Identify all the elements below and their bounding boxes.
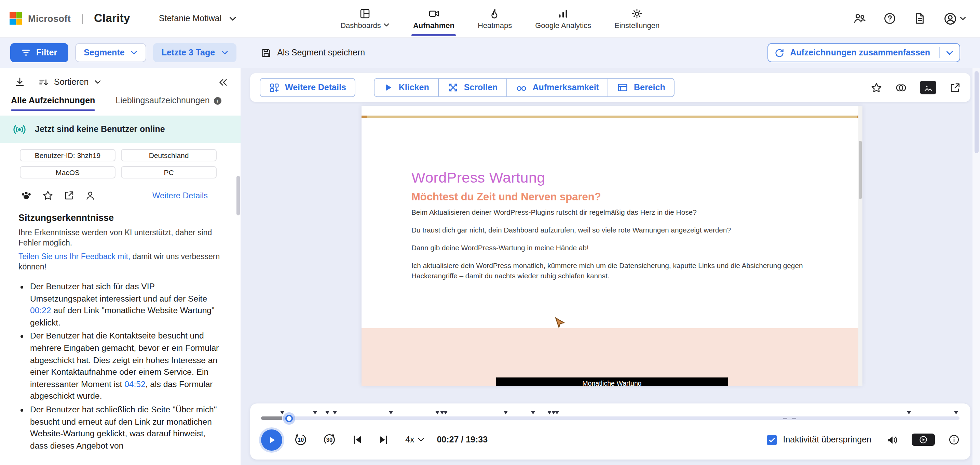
replay-toolbar-actions xyxy=(871,81,961,94)
app-scrollbar[interactable] xyxy=(972,68,980,465)
filter-button[interactable]: Filter xyxy=(10,43,68,62)
clarity-wordmark[interactable]: Clarity xyxy=(94,12,130,25)
favorite-session-button[interactable] xyxy=(42,190,53,201)
timestamp-link[interactable]: 04:52 xyxy=(124,379,146,389)
more-details-link[interactable]: Weitere Details xyxy=(153,190,208,200)
play-button[interactable] xyxy=(261,429,282,450)
button-divider xyxy=(939,47,940,58)
sidebar-scrollbar[interactable] xyxy=(237,176,240,215)
site-favicon-icon xyxy=(21,190,32,201)
compare-icon xyxy=(895,82,907,93)
user-profile-button[interactable] xyxy=(85,190,95,201)
settings-icon xyxy=(632,8,643,19)
aufmerksamkeit-mode-button[interactable]: Aufmerksamkeit xyxy=(506,78,609,97)
klicken-mode-button[interactable]: Klicken xyxy=(374,78,439,97)
date-range-dropdown[interactable]: Letzte 3 Tage xyxy=(153,43,237,62)
account-icon xyxy=(944,12,957,25)
help-button[interactable] xyxy=(884,12,896,25)
timeline-event-marker[interactable] xyxy=(435,411,439,414)
playback-right-controls: Inaktivität überspringen xyxy=(767,433,960,446)
timeline-event-marker[interactable] xyxy=(333,411,337,414)
area-icon xyxy=(617,82,628,93)
tab-label: Lieblingsaufzeichnungen xyxy=(116,96,210,105)
timeline-event-marker[interactable] xyxy=(531,411,535,414)
skip-inactivity-checkbox[interactable] xyxy=(767,435,777,445)
project-selector[interactable]: Stefanie Motiwal xyxy=(159,14,237,23)
timeline-event-marker[interactable] xyxy=(280,411,284,414)
share-recording-button[interactable] xyxy=(949,82,961,93)
timeline-event-marker[interactable] xyxy=(503,411,508,414)
nav-item-label: Heatmaps xyxy=(478,21,512,29)
replay-cursor-icon xyxy=(555,317,565,330)
segments-dropdown[interactable]: Segmente xyxy=(75,43,146,62)
scroll-icon xyxy=(448,82,458,93)
chevron-down-icon xyxy=(131,49,138,56)
forward-30-button[interactable]: 30 xyxy=(322,432,337,447)
nav-item-einstellungen[interactable]: Einstellungen xyxy=(614,0,660,37)
more-details-button[interactable]: Weitere Details xyxy=(260,78,356,97)
summarize-recordings-button[interactable]: Aufzeichnungen zusammenfassen xyxy=(767,43,960,62)
microsoft-logo-icon xyxy=(10,12,22,25)
account-button[interactable] xyxy=(944,12,966,25)
sidebar-tab-lieblingsaufzeichnungen[interactable]: Lieblingsaufzeichnungeni xyxy=(116,96,221,111)
svg-text:30: 30 xyxy=(326,436,332,443)
page-scrollbar-thumb xyxy=(859,141,862,199)
app-scrollbar-thumb[interactable] xyxy=(974,71,978,153)
save-as-segment-label: Als Segment speichern xyxy=(277,48,365,57)
microsoft-wordmark: Microsoft xyxy=(28,13,71,24)
sidebar-toolbar: Sortieren xyxy=(0,68,240,88)
timeline-event-marker[interactable] xyxy=(325,411,329,414)
chevron-down-icon[interactable] xyxy=(946,49,953,56)
clip-play-button[interactable] xyxy=(912,433,935,446)
timeline-event-marker[interactable] xyxy=(444,411,448,414)
previous-session-button[interactable] xyxy=(352,434,363,445)
timeline-event-marker[interactable] xyxy=(389,411,393,414)
collapse-sidebar-button[interactable] xyxy=(218,77,228,87)
timeline-scrubber[interactable] xyxy=(285,414,293,422)
sort-dropdown[interactable]: Sortieren xyxy=(38,77,101,87)
people-button[interactable] xyxy=(854,12,866,25)
page-paragraph: Dann gib deine WordPress-Wartung in mein… xyxy=(411,243,821,253)
share-session-button[interactable] xyxy=(64,190,75,201)
nav-item-aufnahmen[interactable]: Aufnahmen xyxy=(413,0,455,37)
compare-button[interactable] xyxy=(895,82,907,93)
timeline-event-marker[interactable] xyxy=(313,411,317,414)
docs-button[interactable] xyxy=(914,12,926,25)
next-icon xyxy=(378,434,389,445)
timestamp-link[interactable]: 00:22 xyxy=(30,306,51,315)
nav-item-heatmaps[interactable]: Heatmaps xyxy=(478,0,512,37)
favorite-recording-button[interactable] xyxy=(871,82,882,93)
speed-dropdown[interactable]: 4x xyxy=(405,435,425,444)
timeline-event-marker[interactable] xyxy=(907,411,911,414)
rewind-10-button[interactable]: 10 xyxy=(293,432,308,447)
scrollen-mode-button[interactable]: Scrollen xyxy=(438,78,508,97)
volume-button[interactable] xyxy=(886,434,898,446)
feedback-link[interactable]: Teilen Sie uns Ihr Feedback mit, xyxy=(19,252,130,261)
timeline-event-marker[interactable] xyxy=(547,411,552,414)
session-chip[interactable]: Deutschland xyxy=(121,149,216,161)
bereich-mode-button[interactable]: Bereich xyxy=(608,78,675,97)
screenshot-button[interactable] xyxy=(920,81,936,94)
replay-viewport: WordPress Wartung Möchtest du Zeit und N… xyxy=(361,106,862,386)
session-actions: Weitere Details xyxy=(21,190,208,201)
save-as-segment-button[interactable]: Als Segment speichern xyxy=(261,48,365,58)
info-icon[interactable]: i xyxy=(214,97,221,104)
session-chip[interactable]: MacOS xyxy=(20,166,116,178)
timeline-event-marker[interactable] xyxy=(954,411,958,414)
insights-bullets: Der Benutzer hat sich für das VIP Umsetz… xyxy=(30,281,222,452)
nav-item-dashboards[interactable]: Dashboards xyxy=(340,0,390,37)
timeline-event-marker[interactable] xyxy=(555,411,559,414)
sidebar-tab-alle-aufzeichnungen[interactable]: Alle Aufzeichnungen xyxy=(11,96,95,111)
session-chip[interactable]: Benutzer-ID: 3hzh19 xyxy=(20,149,116,161)
session-chip[interactable]: PC xyxy=(121,166,216,178)
timeline[interactable] xyxy=(261,411,959,423)
nav-item-google-analytics[interactable]: Google Analytics xyxy=(535,0,591,37)
mode-label: Klicken xyxy=(399,83,429,92)
timeline-track[interactable] xyxy=(261,416,959,420)
clip-play-icon xyxy=(919,436,928,444)
info-button[interactable] xyxy=(948,434,959,445)
download-button[interactable] xyxy=(14,76,25,88)
next-session-button[interactable] xyxy=(378,434,389,445)
page-paragraph: Beim Aktualisieren deiner WordPress-Plug… xyxy=(411,207,821,217)
chevron-down-icon xyxy=(959,15,966,22)
